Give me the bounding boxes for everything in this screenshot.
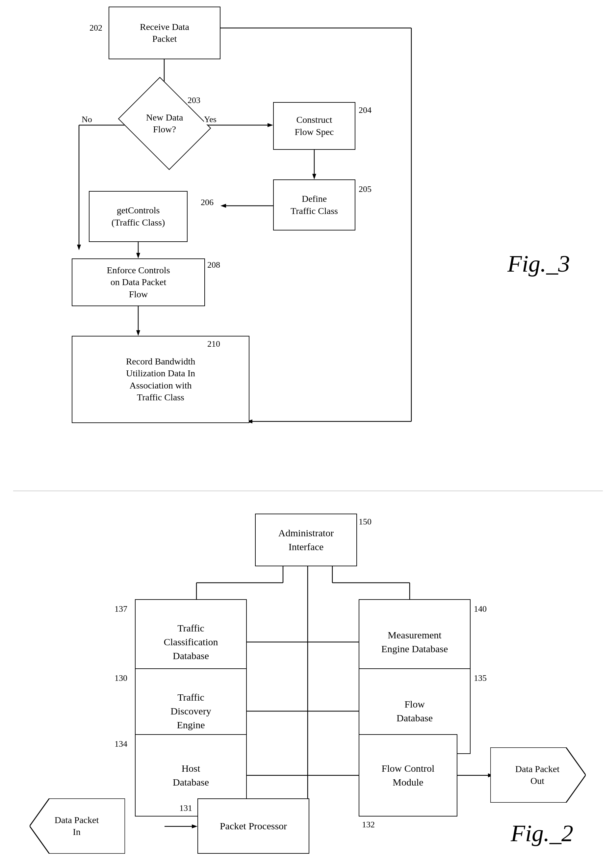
- enforce-controls-box: Enforce Controls on Data Packet Flow: [72, 258, 205, 306]
- blockdiag-fig2: Administrator Interface 150 Traffic Clas…: [0, 500, 616, 857]
- label-205: 205: [359, 184, 372, 194]
- diagram-container: Receive Data Packet 202 New Data Flow? 2…: [0, 0, 616, 857]
- label-140: 140: [474, 604, 487, 614]
- label-yes: Yes: [204, 114, 216, 124]
- svg-marker-6: [267, 123, 273, 127]
- label-131: 131: [179, 803, 192, 813]
- fig2-label: Fig._2: [511, 820, 573, 847]
- fig3-label: Fig._3: [507, 250, 570, 278]
- svg-marker-39: [192, 825, 198, 828]
- svg-marker-8: [312, 174, 316, 179]
- flow-control-module-box: Flow Control Module: [359, 734, 457, 817]
- label-208: 208: [207, 260, 220, 270]
- data-packet-in-shape: Data Packet In: [29, 798, 125, 854]
- svg-marker-18: [136, 330, 140, 336]
- label-132: 132: [362, 820, 375, 830]
- label-137: 137: [114, 604, 127, 614]
- label-210: 210: [207, 339, 220, 349]
- label-135: 135: [474, 673, 487, 683]
- admin-interface-box: Administrator Interface: [255, 514, 357, 566]
- svg-marker-10: [221, 204, 226, 208]
- label-134: 134: [114, 739, 127, 749]
- receive-data-packet-box: Receive Data Packet: [109, 6, 221, 59]
- get-controls-box: getControls (Traffic Class): [89, 191, 188, 242]
- construct-flow-spec-box: Construct Flow Spec: [273, 102, 355, 150]
- record-bandwidth-box: Record Bandwidth Utilization Data In Ass…: [72, 336, 249, 423]
- svg-marker-16: [136, 253, 140, 258]
- label-130: 130: [114, 673, 127, 683]
- define-traffic-class-box: Define Traffic Class: [273, 179, 355, 230]
- section-divider: [13, 490, 603, 491]
- svg-marker-4: [77, 244, 81, 250]
- label-150: 150: [359, 517, 372, 527]
- data-packet-out-shape: Data Packet Out: [490, 747, 586, 803]
- flowchart-fig3: Receive Data Packet 202 New Data Flow? 2…: [0, 0, 616, 494]
- packet-processor-box: Packet Processor: [198, 798, 309, 854]
- label-203: 203: [188, 96, 201, 105]
- label-206: 206: [201, 198, 213, 207]
- label-204: 204: [359, 105, 372, 115]
- label-no: No: [82, 114, 92, 124]
- label-202: 202: [90, 23, 102, 33]
